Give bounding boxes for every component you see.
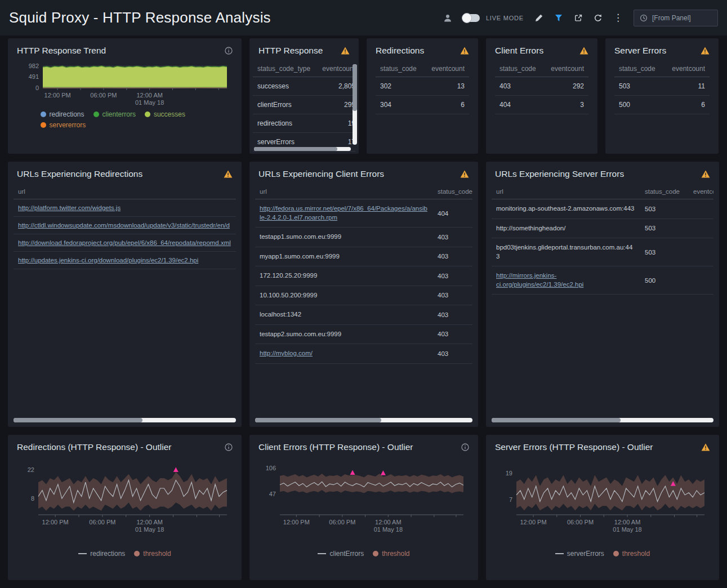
scrollbar-thumb[interactable] [14,418,142,422]
column-header-status_code[interactable]: status_code [376,61,422,77]
table-row: 403292 [495,77,588,96]
table-header-row: urlstatus_code [255,184,472,199]
column-header-status_code[interactable]: status_code [433,184,472,199]
table-cell: 295 [316,96,355,114]
horizontal-scrollbar[interactable] [492,418,713,422]
warning-icon[interactable] [579,47,588,55]
column-header-url[interactable]: url [255,184,433,199]
dot-marker [145,112,150,117]
url-link[interactable]: http://mirrors.jenkins-ci.org/plugins/ec… [496,272,583,288]
horizontal-scrollbar[interactable] [254,147,351,151]
legend-item-threshold[interactable]: threshold [134,550,171,558]
redirections-outlier-chart: 22812:00 PM06:00 PM12:00 AM01 May 18 [17,458,233,533]
url-link[interactable]: http://ctldl.windowsupdate.com/msdownloa… [18,222,230,229]
url-link[interactable]: http://platform.twitter.com/widgets.js [18,204,121,211]
live-mode-label: LIVE MODE [486,15,524,21]
table-cell [689,219,713,238]
outlier-legend: clientErrorsthreshold [249,550,478,558]
table-row: 10.100.50.200:9999403 [255,286,472,305]
table-cell: localhost:1342 [255,305,433,325]
column-header-status_code[interactable]: status_code [614,61,662,77]
panel-server-errors: Server Errors status_codeeventcount50311… [605,38,719,154]
warning-icon[interactable] [701,47,710,55]
vertical-scrollbar[interactable] [353,64,357,145]
horizontal-scrollbar[interactable] [14,418,236,422]
scrollbar-thumb[interactable] [492,418,621,422]
table-row: successes2,805 [253,77,355,96]
column-header-status_code[interactable]: status_code [495,61,542,77]
line-marker [318,553,326,554]
info-icon[interactable] [225,47,233,55]
svg-text:06:00 PM: 06:00 PM [329,519,355,525]
legend-item-clienterrors[interactable]: clienterrors [93,110,136,118]
live-mode-toggle[interactable] [463,14,480,22]
table-cell: 500 [640,266,689,295]
column-header-eventcount[interactable]: eventcount [542,61,588,77]
legend-item-clientErrors[interactable]: clientErrors [318,550,364,558]
refresh-icon[interactable] [594,14,603,23]
dot-marker [134,551,140,556]
legend-label: threshold [143,550,171,558]
column-header-url[interactable]: url [492,184,640,199]
table-cell: 404 [433,199,472,228]
column-header-status_code_type[interactable]: status_code_type [253,61,316,77]
url-link[interactable]: http://updates.jenkins-ci.org/download/p… [18,257,198,264]
svg-text:12:00 PM: 12:00 PM [520,519,547,525]
filter-icon[interactable] [554,14,563,23]
column-header-url[interactable]: url [14,184,236,199]
warning-icon[interactable] [701,443,710,451]
table-row: http://updates.jenkins-ci.org/download/p… [14,252,236,269]
table-row: 3046 [376,96,469,114]
legend-item-successes[interactable]: successes [145,110,185,118]
scrollbar-thumb[interactable] [353,64,357,111]
table-cell: 500 [614,96,662,114]
dashboard-row-2: URLs Experiencing Redirections urlhttp:/… [0,162,727,427]
info-icon[interactable] [225,443,233,451]
table-header-row: status_codeeventcount [376,61,469,77]
user-icon[interactable] [443,14,452,23]
column-header-eventcount[interactable]: eventcount [316,61,355,77]
warning-icon[interactable] [701,170,710,178]
warning-icon[interactable] [460,170,469,178]
table-cell: myapp1.sumo.com.eu:9999 [255,247,433,266]
legend-item-threshold[interactable]: threshold [373,550,409,558]
legend-item-threshold[interactable]: threshold [613,550,650,558]
column-header-eventcount[interactable]: eventcount [422,61,469,77]
panel-title: URLs Experiencing Redirections [17,169,142,179]
table-header-row: url [14,184,236,199]
warning-icon[interactable] [341,47,350,55]
scrollbar-thumb[interactable] [255,418,381,422]
legend-item-servererrors[interactable]: servererrors [41,121,86,129]
svg-text:01 May 18: 01 May 18 [135,99,164,106]
client-errors-table: status_codeeventcount4032924043 [495,61,588,114]
warning-icon[interactable] [460,47,469,55]
table-row: http://download.fedoraproject.org/pub/ep… [14,234,236,252]
table-cell: 403 [433,228,472,247]
horizontal-scrollbar[interactable] [255,418,472,422]
scrollbar-thumb[interactable] [254,147,337,151]
legend-item-serverErrors[interactable]: serverErrors [555,550,604,558]
legend-item-redirections[interactable]: redirections [41,110,84,118]
column-header-eventcount[interactable]: eventcount [662,61,710,77]
kebab-menu-icon[interactable]: ⋮ [613,13,623,23]
warning-icon[interactable] [224,170,233,178]
column-header-status_code[interactable]: status_code [640,184,689,199]
legend-label: threshold [382,550,409,558]
column-header-eventcount[interactable]: eventcount [689,184,713,199]
url-link[interactable]: http://myblog.com/ [260,350,313,357]
info-icon[interactable] [461,443,469,451]
legend-item-redirections[interactable]: redirections [78,550,125,558]
time-range-selector[interactable]: [From Panel] [634,10,718,26]
svg-text:47: 47 [269,491,276,497]
svg-text:06:00 PM: 06:00 PM [89,519,115,525]
header-controls: LIVE MODE ⋮ [From Panel] [443,10,718,26]
dashboard-row-1: HTTP Response Trend 982491012:00 PM06:00… [0,38,727,154]
url-link[interactable]: http://fedora.us.mirror.net/epel/7/x86_6… [260,205,427,221]
legend-label: threshold [622,550,650,558]
svg-text:7: 7 [509,496,512,503]
server-errors-outlier-chart: 19712:00 PM06:00 PM12:00 AM01 May 18 [495,458,710,533]
svg-text:106: 106 [266,465,276,471]
share-icon[interactable] [574,14,583,23]
edit-pencil-icon[interactable] [534,14,543,23]
url-link[interactable]: http://download.fedoraproject.org/pub/ep… [18,239,231,246]
